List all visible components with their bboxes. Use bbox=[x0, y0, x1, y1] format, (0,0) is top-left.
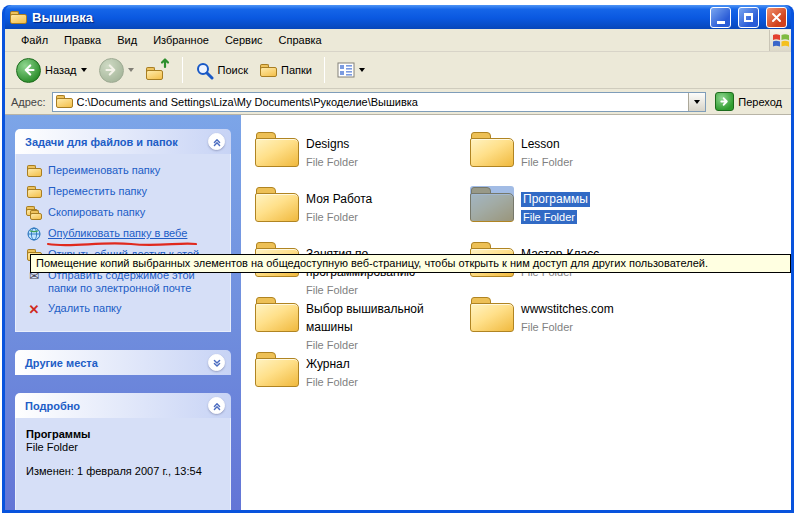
up-button[interactable] bbox=[141, 58, 175, 82]
search-button[interactable]: Поиск bbox=[190, 59, 253, 82]
file-type: File Folder bbox=[306, 339, 358, 351]
file-item[interactable]: Designs File Folder bbox=[255, 131, 470, 186]
close-icon bbox=[771, 12, 782, 23]
go-button[interactable]: Переход bbox=[712, 92, 785, 111]
panel-other-places-header[interactable]: Другие места bbox=[15, 350, 231, 375]
file-type: File Folder bbox=[521, 156, 573, 168]
address-dropdown-icon bbox=[694, 100, 700, 104]
task-item-move[interactable]: Переместить папку bbox=[26, 185, 222, 199]
file-name: Designs bbox=[306, 137, 349, 151]
forward-icon bbox=[99, 58, 124, 83]
details-body: Программы File Folder Изменен: 1 февраля… bbox=[15, 418, 231, 510]
file-name: Программы bbox=[521, 192, 590, 207]
collapse-button[interactable] bbox=[208, 397, 225, 414]
address-dropdown-button[interactable] bbox=[688, 93, 705, 111]
windows-logo-icon bbox=[769, 30, 791, 51]
selection-tint bbox=[470, 186, 514, 221]
menu-item-view[interactable]: Вид bbox=[109, 31, 145, 49]
file-name: Lesson bbox=[521, 137, 560, 151]
views-dropdown-icon bbox=[359, 68, 365, 72]
folders-icon bbox=[260, 64, 277, 77]
forward-button[interactable] bbox=[94, 56, 139, 85]
toolbar: Назад bbox=[5, 52, 791, 89]
task-item-delete[interactable]: ✕ Удалить папку bbox=[26, 302, 222, 316]
folder-icon bbox=[470, 186, 514, 221]
toolbar-separator bbox=[182, 57, 183, 83]
close-button[interactable] bbox=[766, 7, 787, 28]
maximize-icon bbox=[744, 13, 753, 22]
publish-web-icon bbox=[26, 227, 42, 241]
panel-title: Задачи для файлов и папок bbox=[25, 136, 178, 148]
panel-details: Подробно Программы File Folder Изменен: … bbox=[15, 393, 231, 510]
views-icon bbox=[337, 62, 355, 78]
minimize-button[interactable] bbox=[710, 7, 731, 28]
minimize-icon bbox=[717, 21, 725, 24]
address-folder-icon bbox=[56, 95, 73, 108]
title-bar[interactable]: Вышивка bbox=[5, 5, 791, 29]
go-icon bbox=[715, 92, 734, 111]
menu-item-help[interactable]: Справка bbox=[271, 31, 330, 49]
rename-folder-icon bbox=[26, 164, 42, 178]
panel-body: Переименовать папку Переместить папку Ск… bbox=[15, 154, 231, 332]
panel-title: Подробно bbox=[25, 400, 80, 412]
task-item-rename[interactable]: Переименовать папку bbox=[26, 164, 222, 178]
menu-item-edit[interactable]: Правка bbox=[56, 31, 109, 49]
file-type: File Folder bbox=[306, 284, 358, 296]
file-item[interactable]: wwwstitches.com File Folder bbox=[470, 296, 791, 351]
task-item-copy[interactable]: Скопировать папку bbox=[26, 206, 222, 220]
details-type: File Folder bbox=[26, 441, 220, 453]
panel-other-places: Другие места bbox=[15, 350, 231, 375]
maximize-button[interactable] bbox=[738, 7, 759, 28]
back-icon bbox=[16, 58, 41, 83]
window-folder-icon bbox=[10, 11, 27, 24]
folder-icon bbox=[255, 351, 299, 386]
menu-item-favorites[interactable]: Избранное bbox=[145, 31, 217, 49]
chevron-down-icon bbox=[211, 357, 223, 369]
toolbar-separator bbox=[324, 57, 325, 83]
menu-item-file[interactable]: Файл bbox=[13, 31, 56, 49]
chevron-up-icon bbox=[211, 136, 223, 148]
search-label: Поиск bbox=[218, 64, 248, 76]
desktop: Вышивка Файл Правка Вид Избранное Сервис… bbox=[0, 0, 796, 521]
file-list-area[interactable]: Designs File Folder Lesson File Folder М… bbox=[241, 115, 791, 510]
file-type: File Folder bbox=[521, 210, 577, 224]
file-name: wwwstitches.com bbox=[521, 302, 614, 316]
file-item[interactable]: Моя Работа File Folder bbox=[255, 186, 470, 241]
panel-title: Другие места bbox=[25, 357, 98, 369]
folders-button[interactable]: Папки bbox=[255, 62, 317, 79]
task-item-publish-to-web[interactable]: Опубликовать папку в вебе bbox=[26, 227, 222, 241]
file-type: File Folder bbox=[306, 156, 358, 168]
details-modified: Изменен: 1 февраля 2007 г., 13:54 bbox=[26, 465, 220, 477]
file-type: File Folder bbox=[306, 376, 358, 388]
file-name: Выбор вышивальной машины bbox=[306, 302, 424, 334]
chevron-up-icon bbox=[211, 400, 223, 412]
folder-icon bbox=[470, 296, 514, 331]
menu-item-tools[interactable]: Сервис bbox=[217, 31, 271, 49]
back-button[interactable]: Назад bbox=[11, 56, 92, 85]
folder-icon bbox=[255, 131, 299, 166]
folders-label: Папки bbox=[281, 64, 312, 76]
panel-file-folder-tasks: Задачи для файлов и папок Переименовать … bbox=[15, 129, 231, 332]
file-item-selected[interactable]: Программы File Folder bbox=[470, 186, 791, 241]
panel-file-folder-tasks-header[interactable]: Задачи для файлов и папок bbox=[15, 129, 231, 154]
address-label: Адрес: bbox=[11, 96, 46, 108]
file-item[interactable]: Выбор вышивальной машины File Folder bbox=[255, 296, 470, 351]
panel-details-header[interactable]: Подробно bbox=[15, 393, 231, 418]
address-path: C:\Documents and Settings\Liza\My Docume… bbox=[77, 96, 685, 108]
expand-button[interactable] bbox=[208, 354, 225, 371]
file-item[interactable]: Журнал File Folder bbox=[255, 351, 470, 406]
go-label: Переход bbox=[738, 96, 782, 108]
address-input[interactable]: C:\Documents and Settings\Liza\My Docume… bbox=[52, 92, 707, 112]
menu-bar: Файл Правка Вид Избранное Сервис Справка bbox=[5, 29, 791, 52]
views-button[interactable] bbox=[332, 60, 370, 80]
back-label: Назад bbox=[45, 64, 77, 76]
collapse-button[interactable] bbox=[208, 133, 225, 150]
move-folder-icon bbox=[26, 185, 42, 199]
copy-folder-icon bbox=[26, 206, 42, 220]
folder-icon bbox=[255, 296, 299, 331]
file-item[interactable]: Lesson File Folder bbox=[470, 131, 791, 186]
address-bar: Адрес: C:\Documents and Settings\Liza\My… bbox=[5, 89, 791, 115]
file-type: File Folder bbox=[521, 321, 573, 333]
search-icon bbox=[195, 61, 214, 80]
tooltip: Помещение копий выбранных элементов на о… bbox=[30, 254, 791, 273]
